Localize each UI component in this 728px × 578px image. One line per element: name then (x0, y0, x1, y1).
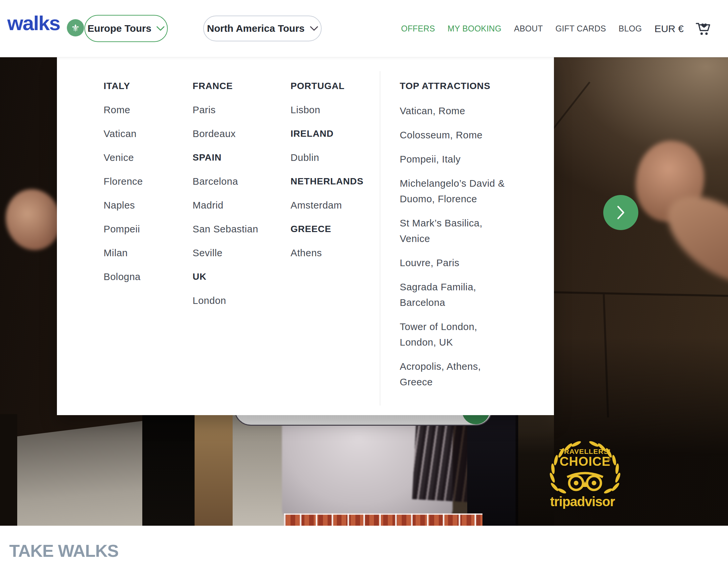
menu-section-header: SPAIN (192, 151, 289, 165)
badge-registered: ® (607, 457, 610, 462)
menu-section-header: IRELAND (290, 127, 396, 141)
tripadvisor-travellers-choice-badge: TRAVELLERS' CHOICE ® tripadvisor ® (543, 437, 627, 517)
badge-registered-2: ® (611, 499, 614, 503)
menu-item[interactable]: Louvre, Paris (400, 255, 505, 271)
take-walks-logo: TAKE WALKS (9, 541, 119, 561)
north-america-tours-button[interactable]: North America Tours (203, 16, 322, 41)
menu-item[interactable]: St Mark’s Basilica, Venice (400, 215, 505, 246)
menu-item[interactable]: Bologna (104, 270, 186, 284)
header-nav: OFFERS MY BOOKING ABOUT GIFT CARDS BLOG … (401, 0, 713, 57)
menu-item[interactable]: Michelangelo’s David & Duomo, Florence (400, 175, 505, 206)
nav-offers[interactable]: OFFERS (401, 24, 435, 33)
menu-item[interactable]: Madrid (192, 198, 289, 212)
menu-item[interactable]: Sagrada Familia, Barcelona (400, 279, 505, 310)
shoulder-bag (467, 414, 520, 526)
plaid-skirt (284, 513, 483, 526)
europe-tours-button[interactable]: Europe Tours (84, 15, 168, 42)
menu-item[interactable]: Naples (104, 198, 186, 212)
menu-section-header: UK (192, 270, 289, 284)
menu-item[interactable]: Amsterdam (290, 198, 396, 212)
nav-my-booking[interactable]: MY BOOKING (448, 24, 502, 33)
badge-line2: CHOICE (560, 454, 610, 469)
cart-icon[interactable] (695, 21, 713, 37)
menu-item[interactable]: Acropolis, Athens, Greece (400, 358, 505, 389)
stone-seam (603, 294, 609, 418)
currency-selector[interactable]: EUR € (654, 23, 684, 34)
alley-pavement (12, 418, 153, 526)
menu-item[interactable]: Florence (104, 174, 186, 189)
menu-item[interactable]: Paris (192, 103, 289, 117)
menu-section-header: ITALY (104, 79, 186, 93)
menu-item[interactable]: Athens (290, 246, 396, 260)
menu-item[interactable]: Colosseum, Rome (400, 127, 505, 143)
menu-item[interactable]: San Sebastian (192, 222, 289, 236)
menu-item[interactable]: Bordeaux (192, 127, 289, 141)
menu-item[interactable]: Vatican, Rome (400, 103, 505, 119)
europe-tours-dropdown: ITALYRomeVaticanVeniceFlorenceNaplesPomp… (57, 57, 554, 415)
menu-divider (380, 71, 380, 405)
wall-edge (0, 414, 17, 526)
menu-item[interactable]: Rome (104, 103, 186, 117)
fleur-glyph: ⚜ (71, 22, 80, 34)
footer-strip: TAKE WALKS (0, 526, 728, 578)
europe-tours-label: Europe Tours (88, 23, 152, 34)
menu-item[interactable]: Pompeii, Italy (400, 151, 505, 167)
nav-gift-cards[interactable]: GIFT CARDS (555, 24, 606, 33)
menu-section-header: GREECE (290, 222, 396, 236)
chevron-down-icon (310, 26, 318, 31)
menu-column-portugal-ireland-netherlands-greece: PORTUGALLisbonIRELANDDublinNETHERLANDSAm… (290, 69, 396, 270)
dark-doorway (142, 414, 197, 526)
menu-section-header: NETHERLANDS (290, 174, 396, 189)
walks-logo[interactable]: walks (7, 11, 60, 35)
stone-seam (543, 291, 728, 297)
fleur-de-lis-icon: ⚜ (67, 19, 84, 36)
menu-item[interactable]: Lisbon (290, 103, 396, 117)
menu-item[interactable]: Pompeii (104, 222, 186, 236)
tan-wall (194, 414, 235, 526)
top-navigation-bar: walks ⚜ Europe Tours North America Tours… (0, 0, 728, 57)
chevron-down-icon (157, 26, 164, 31)
menu-item[interactable]: London (192, 294, 289, 307)
nav-blog[interactable]: BLOG (619, 24, 642, 33)
menu-item[interactable]: Seville (192, 246, 289, 260)
menu-column-top-attractions: TOP ATTRACTIONSVatican, RomeColosseum, R… (400, 69, 505, 398)
chevron-right-icon (616, 205, 625, 220)
menu-item[interactable]: Barcelona (192, 174, 289, 189)
carousel-next-button[interactable] (603, 195, 638, 230)
menu-section-header: PORTUGAL (290, 79, 396, 93)
menu-column-france-spain-uk: FRANCEParisBordeauxSPAINBarcelonaMadridS… (192, 69, 289, 318)
menu-item[interactable]: Tower of London, London, UK (400, 319, 505, 350)
menu-section-header: FRANCE (192, 79, 289, 93)
badge-line1: TRAVELLERS' (560, 448, 610, 455)
north-america-tours-label: North America Tours (207, 23, 305, 34)
menu-item[interactable]: Milan (104, 246, 186, 260)
menu-section-header: TOP ATTRACTIONS (400, 79, 505, 93)
menu-item[interactable]: Vatican (104, 127, 186, 141)
menu-item[interactable]: Dublin (290, 151, 396, 165)
menu-column-italy: ITALYRomeVaticanVeniceFlorenceNaplesPomp… (104, 69, 186, 294)
tripadvisor-wordmark: tripadvisor (550, 494, 615, 509)
menu-item[interactable]: Venice (104, 151, 186, 165)
nav-about[interactable]: ABOUT (514, 24, 543, 33)
